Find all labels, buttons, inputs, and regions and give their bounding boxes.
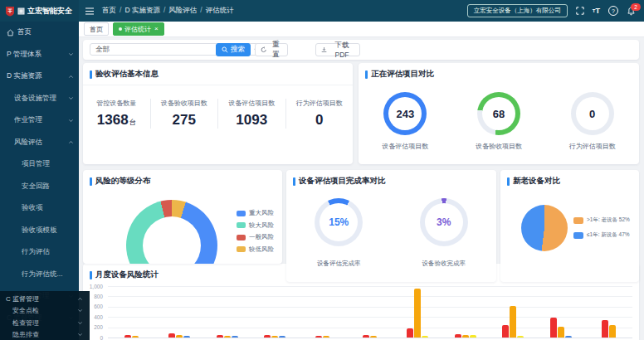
chevron-down-icon: [77, 332, 83, 338]
bar-group: 2024-03: [346, 286, 393, 338]
breadcrumb-item[interactable]: 风险评估: [168, 6, 197, 16]
ring-label: 行为评估项目数: [569, 142, 616, 151]
tab-home-label: 首页: [90, 25, 103, 34]
legend-item-0[interactable]: >1年: 老设备 52%: [573, 216, 630, 224]
help-icon[interactable]: ?: [608, 6, 618, 16]
sidebar-item-3[interactable]: 设备设施管理: [0, 88, 79, 110]
bar-yellow[interactable]: [470, 335, 476, 338]
breadcrumb-item[interactable]: D 实施资源: [124, 6, 160, 16]
legend-item-2[interactable]: 一般风险: [237, 233, 274, 241]
font-size-icon[interactable]: TT: [593, 7, 600, 15]
reset-button[interactable]: 重置: [255, 43, 288, 56]
bar-blue[interactable]: [183, 336, 190, 338]
collapse-menu-icon[interactable]: [85, 7, 94, 15]
bar-yellow[interactable]: [517, 336, 524, 338]
bar-yellow[interactable]: [422, 336, 428, 338]
chevron-up-icon: [68, 74, 74, 80]
submenu-item-3[interactable]: 隐患排查: [0, 329, 90, 340]
breadcrumb-item[interactable]: 评估统计: [206, 6, 234, 16]
submenu-item-1[interactable]: 安全点检: [0, 305, 90, 318]
ring-arc[interactable]: 0: [571, 92, 614, 135]
sidebar-item-0[interactable]: 首页: [0, 22, 79, 44]
bar-orange[interactable]: [510, 306, 516, 338]
notification-badge: 2: [631, 3, 641, 11]
sidebar-item-11[interactable]: 行为评估统...: [0, 264, 79, 286]
submenu-item-0[interactable]: C 监督管理: [0, 293, 90, 305]
gauge-1: 3%设备验收完成率: [420, 198, 468, 268]
bar-red[interactable]: [217, 335, 223, 338]
bar-orange[interactable]: [323, 336, 329, 338]
download-icon: [321, 46, 327, 53]
sidebar-item-9[interactable]: 验收项模板: [0, 220, 79, 242]
sidebar-item-10[interactable]: 行为评估: [0, 241, 79, 264]
close-tab-icon[interactable]: ×: [154, 26, 159, 32]
bar-red[interactable]: [407, 328, 413, 338]
bar-red[interactable]: [602, 320, 608, 338]
bar-red[interactable]: [363, 335, 369, 338]
sidebar-item-2[interactable]: D 实施资源: [0, 66, 79, 88]
submenu-item-2[interactable]: 检查管理: [0, 317, 90, 329]
title-accent-bar: [293, 177, 295, 186]
bar-red[interactable]: [315, 336, 322, 338]
bar-red[interactable]: [550, 318, 557, 338]
bar-orange[interactable]: [370, 336, 377, 338]
risk-legend: 重大风险较大风险一般风险较低风险: [237, 209, 274, 254]
ring-arc[interactable]: 243: [383, 92, 427, 135]
sidebar-submenu-popup: C 监督管理安全点检检查管理隐患排查问卷调查: [0, 291, 90, 340]
legend-item-1[interactable]: 较大风险: [237, 221, 274, 230]
stat-unit: 台: [129, 119, 136, 126]
bar-group: 2024-05: [442, 286, 489, 338]
bar-orange[interactable]: [176, 335, 183, 338]
bar-blue[interactable]: [232, 336, 238, 338]
stat-2: 设备评估项目数1093: [217, 99, 285, 129]
bar-orange[interactable]: [271, 336, 278, 338]
bar-orange[interactable]: [414, 289, 421, 338]
bar-red[interactable]: [455, 334, 461, 338]
breadcrumb-item[interactable]: 首页: [102, 6, 116, 16]
bar-orange[interactable]: [609, 325, 616, 338]
bar-red[interactable]: [168, 333, 175, 338]
legend-item-0[interactable]: 重大风险: [237, 209, 274, 217]
search-button[interactable]: 搜索: [216, 43, 251, 56]
filter-select-value: 全部: [95, 45, 110, 55]
sidebar-item-5[interactable]: 风险评估: [0, 132, 79, 154]
bar-group: 2024-07: [537, 286, 584, 338]
notifications-bell-icon[interactable]: 2: [627, 7, 636, 16]
gauge-arc[interactable]: 15%: [315, 198, 363, 246]
ring-value: 0: [576, 97, 609, 130]
title-accent-bar: [365, 70, 368, 79]
gauge-arc[interactable]: 3%: [420, 198, 468, 246]
legend-item-3[interactable]: 较低风险: [237, 245, 274, 254]
tab-assessment-stats[interactable]: 评估统计 ×: [113, 22, 164, 36]
sidebar-item-label: 行为评估统...: [22, 270, 74, 279]
legend-item-1[interactable]: ≤1年: 新设备 47%: [573, 231, 630, 239]
bar-orange[interactable]: [224, 336, 231, 338]
bar-blue[interactable]: [565, 336, 572, 338]
sidebar-item-1[interactable]: P 管理体系: [0, 44, 79, 66]
bar-orange[interactable]: [462, 335, 469, 338]
bar-orange[interactable]: [558, 327, 564, 338]
company-button[interactable]: 立宏安全设备（上海）有限公司: [467, 4, 568, 17]
legend-label: ≤1年: 新设备 47%: [587, 231, 630, 239]
download-pdf-button[interactable]: 下载PDF: [315, 43, 360, 56]
sidebar-item-7[interactable]: 安全回路: [0, 176, 79, 198]
gauge-label: 设备验收完成率: [422, 260, 466, 268]
sidebar-item-6[interactable]: 项目管理: [0, 153, 79, 176]
bar-blue[interactable]: [279, 336, 285, 338]
bar-red[interactable]: [124, 335, 131, 338]
monthly-bar-chart[interactable]: 02004006008001,0002023-102023-112023-122…: [108, 286, 632, 338]
evaluating-title: 正在评估项目对比: [359, 63, 639, 85]
bar-orange[interactable]: [132, 336, 139, 338]
fullscreen-icon[interactable]: [576, 7, 584, 15]
new-old-legend: >1年: 老设备 52%≤1年: 新设备 47%: [573, 216, 630, 239]
new-old-pie-chart[interactable]: [521, 205, 568, 251]
sidebar-item-8[interactable]: 验收项: [0, 197, 79, 220]
bar-red[interactable]: [502, 325, 509, 338]
tab-home[interactable]: 首页: [84, 22, 109, 36]
logo[interactable]: 立宏智能安全: [0, 0, 79, 22]
basic-info-title: 验收评估基本信息: [83, 63, 353, 85]
bar-red[interactable]: [264, 335, 271, 338]
submenu-item-label: 隐患排查: [12, 330, 77, 339]
ring-arc[interactable]: 68: [477, 92, 520, 135]
sidebar-item-4[interactable]: 作业管理: [0, 109, 79, 132]
